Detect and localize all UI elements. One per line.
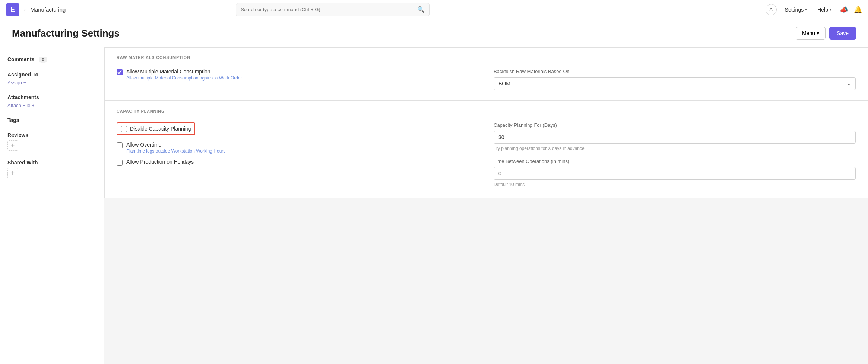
capacity-planning-right: Capacity Planning For (Days) Try plannin… <box>494 122 856 187</box>
sidebar: Comments 0 Assigned To Assign + Attachme… <box>0 47 104 364</box>
disable-capacity-row: Disable Capacity Planning <box>117 122 479 135</box>
backflush-select-wrapper: BOM Material Transfer <box>494 77 856 90</box>
page-header: Manufacturing Settings Menu ▾ Save <box>0 19 868 47</box>
capacity-planning-left: Disable Capacity Planning Allow Overtime… <box>117 122 479 187</box>
avatar: A <box>766 4 777 15</box>
allow-overtime-desc: Plan time logs outside Workstation Worki… <box>126 148 227 154</box>
planning-days-label: Capacity Planning For (Days) <box>494 122 856 128</box>
disable-capacity-label: Disable Capacity Planning <box>130 126 191 132</box>
planning-days-field: Capacity Planning For (Days) Try plannin… <box>494 122 856 151</box>
add-review-button[interactable]: + <box>7 140 18 151</box>
planning-days-hint: Try planning operations for X days in ad… <box>494 146 856 151</box>
settings-content: RAW MATERIALS CONSUMPTION Allow Multiple… <box>104 47 868 364</box>
menu-chevron-icon: ▾ <box>817 30 819 36</box>
time-between-field: Time Between Operations (in mins) Defaul… <box>494 159 856 187</box>
add-shared-button[interactable]: + <box>7 168 18 178</box>
capacity-planning-body: Disable Capacity Planning Allow Overtime… <box>105 115 868 198</box>
sidebar-reviews-section: Reviews + <box>7 132 96 151</box>
top-navigation: E › Manufacturing 🔍 A Settings ▾ Help ▾ … <box>0 0 868 19</box>
capacity-planning-title: CAPACITY PLANNING <box>105 101 868 115</box>
disable-capacity-checkbox[interactable] <box>121 126 127 132</box>
comments-count: 0 <box>39 57 47 63</box>
raw-materials-right: Backflush Raw Materials Based On BOM Mat… <box>494 69 856 90</box>
allow-overtime-checkbox[interactable] <box>117 142 123 148</box>
time-between-hint: Default 10 mins <box>494 182 856 187</box>
capacity-planning-section: CAPACITY PLANNING Disable Capacity Plann… <box>104 101 868 198</box>
breadcrumb-chevron: › <box>24 6 26 13</box>
header-actions: Menu ▾ Save <box>796 27 856 40</box>
reviews-label: Reviews <box>7 132 96 138</box>
raw-materials-title: RAW MATERIALS CONSUMPTION <box>105 48 868 61</box>
raw-materials-body: Allow Multiple Material Consumption Allo… <box>105 61 868 100</box>
attach-file-link[interactable]: Attach File + <box>7 103 96 108</box>
sidebar-comments-section: Comments 0 <box>7 56 96 63</box>
sidebar-assigned-section: Assigned To Assign + <box>7 72 96 85</box>
time-between-input[interactable] <box>494 167 856 180</box>
search-input[interactable] <box>241 7 414 12</box>
app-icon: E <box>6 3 19 16</box>
search-icon: 🔍 <box>417 6 425 13</box>
backflush-select[interactable]: BOM Material Transfer <box>494 77 856 90</box>
page-title: Manufacturing Settings <box>12 28 120 39</box>
settings-button[interactable]: Settings ▾ <box>783 5 810 14</box>
allow-multiple-row: Allow Multiple Material Consumption Allo… <box>117 69 479 81</box>
sidebar-tags-section: Tags <box>7 117 96 123</box>
allow-holidays-checkbox[interactable] <box>117 160 123 166</box>
settings-chevron-icon: ▾ <box>805 7 807 12</box>
save-button[interactable]: Save <box>829 27 856 40</box>
breadcrumb-label: Manufacturing <box>30 6 66 13</box>
disable-capacity-highlight: Disable Capacity Planning <box>117 122 195 135</box>
help-chevron-icon: ▾ <box>830 7 831 12</box>
allow-holidays-row: Allow Production on Holidays <box>117 159 479 166</box>
nav-right: A Settings ▾ Help ▾ 📣 🔔 <box>766 4 862 15</box>
allow-overtime-label: Allow Overtime <box>126 142 227 148</box>
planning-days-input[interactable] <box>494 131 856 144</box>
sidebar-attachments-section: Attachments Attach File + <box>7 94 96 108</box>
assigned-to-label: Assigned To <box>7 72 96 78</box>
allow-holidays-label: Allow Production on Holidays <box>126 159 194 165</box>
time-between-label: Time Between Operations (in mins) <box>494 159 856 164</box>
raw-materials-section: RAW MATERIALS CONSUMPTION Allow Multiple… <box>104 47 868 101</box>
bell-icon[interactable]: 🔔 <box>854 6 862 14</box>
attachments-label: Attachments <box>7 94 96 100</box>
allow-overtime-row: Allow Overtime Plan time logs outside Wo… <box>117 142 479 154</box>
notifications-icon[interactable]: 📣 <box>840 6 848 14</box>
sidebar-shared-section: Shared With + <box>7 160 96 178</box>
raw-materials-left: Allow Multiple Material Consumption Allo… <box>117 69 479 90</box>
comments-label: Comments 0 <box>7 56 96 63</box>
main-layout: Comments 0 Assigned To Assign + Attachme… <box>0 47 868 364</box>
tags-label: Tags <box>7 117 96 123</box>
help-button[interactable]: Help ▾ <box>815 5 834 14</box>
shared-with-label: Shared With <box>7 160 96 166</box>
search-bar[interactable]: 🔍 <box>236 3 430 16</box>
allow-multiple-label: Allow Multiple Material Consumption <box>126 69 242 75</box>
allow-multiple-checkbox[interactable] <box>117 69 123 75</box>
backflush-label: Backflush Raw Materials Based On <box>494 69 856 74</box>
menu-button[interactable]: Menu ▾ <box>796 27 826 40</box>
allow-multiple-desc: Allow multiple Material Consumption agai… <box>126 75 242 81</box>
assign-link[interactable]: Assign + <box>7 80 96 85</box>
